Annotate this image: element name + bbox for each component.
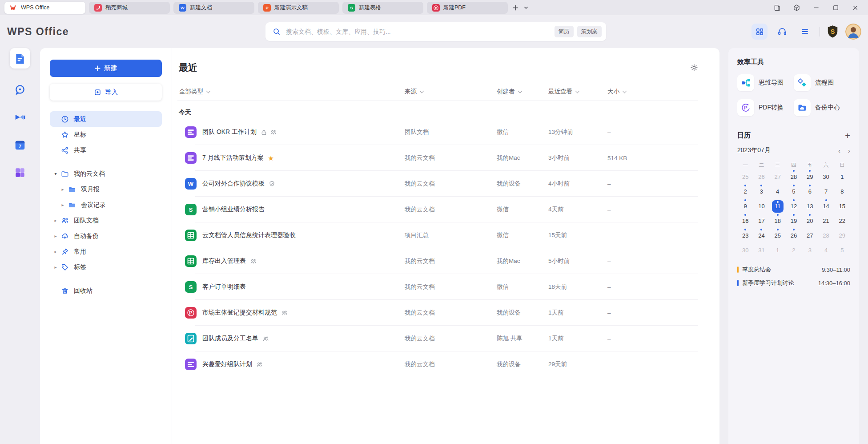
calendar-day[interactable]: 22 xyxy=(834,214,850,228)
file-row[interactable]: S 客户订单明细表 我的云文档 微信 18天前 – xyxy=(177,274,698,300)
calendar-day[interactable]: 13 xyxy=(802,199,818,214)
calendar-day[interactable]: 7 xyxy=(818,184,834,199)
mobile-connect-icon[interactable] xyxy=(773,4,781,12)
filter-all-types[interactable]: 全部类型 xyxy=(177,88,405,96)
expand-arrow-icon[interactable]: ▸ xyxy=(53,218,58,223)
calendar-day[interactable]: 11 xyxy=(770,199,786,214)
collapse-arrow-icon[interactable]: ▾ xyxy=(53,171,58,176)
new-tab-button[interactable] xyxy=(512,4,519,11)
tool-item[interactable]: 备份中心 xyxy=(794,97,850,118)
app-tab[interactable]: S 新建表格 xyxy=(342,2,423,14)
tab-list-dropdown-icon[interactable] xyxy=(523,5,529,10)
sidebar-item[interactable]: ▾ ▸ 最近 xyxy=(50,111,162,127)
calendar-day[interactable]: 1 xyxy=(834,170,850,184)
file-row[interactable]: 7 月线下活动策划方案 ★ 我的云文档 我的Mac 3小时前 514 KB xyxy=(177,145,698,171)
calendar-day[interactable]: 30 xyxy=(818,170,834,184)
support-headset-icon[interactable] xyxy=(774,24,790,40)
sidebar-item[interactable]: ▾ ▸ 会议记录 xyxy=(50,197,162,213)
calendar-day[interactable]: 28 xyxy=(786,170,802,184)
tool-item[interactable]: 思维导图 xyxy=(737,73,794,93)
file-row[interactable]: 兴趣爱好组队计划 我的云文档 我的设备 29天前 – xyxy=(177,351,698,377)
expand-arrow-icon[interactable]: ▸ xyxy=(53,234,58,238)
file-row[interactable]: 库存出入管理表 我的云文档 我的Mac 5小时前 – xyxy=(177,248,698,274)
new-document-button[interactable]: 新建 xyxy=(50,60,162,77)
file-row[interactable]: 团队成员及分工名单 我的云文档 陈旭 共享 1天前 – xyxy=(177,326,698,351)
sidebar-item[interactable]: ▾ ▸ 星标 xyxy=(50,127,162,142)
calendar-day[interactable]: 6 xyxy=(802,184,818,199)
calendar-day[interactable]: 27 xyxy=(770,170,786,184)
rail-module[interactable]: 7 xyxy=(14,139,26,151)
sidebar-item[interactable]: ▾ ▸ 共享 xyxy=(50,142,162,158)
calendar-day[interactable]: 10 xyxy=(753,199,769,214)
search-suggestion-tag[interactable]: 简历 xyxy=(555,26,574,37)
calendar-day[interactable]: 27 xyxy=(802,228,818,243)
calendar-day[interactable]: 20 xyxy=(802,214,818,228)
minimize-button[interactable] xyxy=(812,4,820,12)
app-tab[interactable]: P 新建演示文稿 xyxy=(258,2,339,14)
calendar-day[interactable]: 26 xyxy=(786,228,802,243)
calendar-day[interactable]: 2 xyxy=(786,243,802,258)
calendar-day[interactable]: 9 xyxy=(737,199,753,214)
app-tab[interactable]: W 新建文档 xyxy=(173,2,254,14)
apps-grid-icon[interactable] xyxy=(751,24,768,40)
calendar-day[interactable]: 23 xyxy=(737,228,753,243)
calendar-day[interactable]: 17 xyxy=(753,214,769,228)
file-row[interactable]: W 公司对外合作协议模板 我的云文档 我的设备 4小时前 – xyxy=(177,171,698,197)
calendar-day[interactable]: 29 xyxy=(802,170,818,184)
app-tab[interactable]: P 新建PDF xyxy=(427,2,508,14)
app-tab[interactable]: 稻壳商城 xyxy=(89,2,170,14)
sidebar-item[interactable]: ▾ ▸ 标签 xyxy=(50,259,162,275)
maximize-button[interactable] xyxy=(832,4,840,12)
user-avatar[interactable] xyxy=(845,24,861,40)
expand-arrow-icon[interactable]: ▸ xyxy=(53,249,58,254)
calendar-day[interactable]: 16 xyxy=(737,214,753,228)
sidebar-item[interactable]: ▾ ▸ 自动备份 xyxy=(50,228,162,244)
rail-module[interactable] xyxy=(14,84,26,96)
expand-arrow-icon[interactable]: ▸ xyxy=(53,265,58,270)
calendar-day[interactable]: 24 xyxy=(753,228,769,243)
workspace-box-icon[interactable] xyxy=(793,4,800,12)
sidebar-item[interactable]: ▾ ▸ 我的云文档 xyxy=(50,166,162,182)
rail-module[interactable] xyxy=(10,48,30,69)
event-item[interactable]: 新季度学习计划讨论 14:30–16:00 xyxy=(737,276,850,290)
tool-item[interactable]: P PDF转换 xyxy=(737,97,794,118)
close-button[interactable] xyxy=(852,4,859,12)
file-row[interactable]: P 市场主体登记提交材料规范 我的云文档 我的设备 1天前 – xyxy=(177,300,698,326)
calendar-day[interactable]: 5 xyxy=(834,243,850,258)
rail-module[interactable] xyxy=(14,166,26,179)
expand-arrow-icon[interactable]: ▸ xyxy=(60,187,65,192)
tool-item[interactable]: 流程图 xyxy=(794,73,850,93)
calendar-day[interactable]: 21 xyxy=(818,214,834,228)
column-header-source[interactable]: 来源 xyxy=(405,88,497,96)
add-event-icon[interactable]: + xyxy=(845,132,850,140)
search-input[interactable] xyxy=(285,28,555,36)
file-row[interactable]: 团队 OKR 工作计划 团队文档 微信 13分钟前 – xyxy=(177,119,698,145)
sidebar-item[interactable]: ▾ ▸ 双月报 xyxy=(50,182,162,197)
calendar-day[interactable]: 4 xyxy=(818,243,834,258)
calendar-day[interactable]: 25 xyxy=(737,170,753,184)
calendar-day[interactable]: 18 xyxy=(770,214,786,228)
expand-arrow-icon[interactable]: ▸ xyxy=(60,202,65,207)
sidebar-item[interactable]: ▾ ▸ 团队文档 xyxy=(50,213,162,228)
file-row[interactable]: 云文档管人员信息统计表理器验收 项目汇总 微信 15天前 – xyxy=(177,222,698,248)
import-button[interactable]: 导入 xyxy=(50,84,162,101)
column-header-size[interactable]: 大小 xyxy=(607,88,698,96)
calendar-prev-icon[interactable]: ‹ xyxy=(838,147,840,154)
calendar-day[interactable]: 15 xyxy=(834,199,850,214)
search-suggestion-tag[interactable]: 策划案 xyxy=(577,26,602,37)
calendar-day[interactable]: 29 xyxy=(834,228,850,243)
file-row[interactable]: S 营销小组业绩分析报告 我的云文档 微信 4天前 – xyxy=(177,197,698,222)
calendar-day[interactable]: 3 xyxy=(802,243,818,258)
calendar-day[interactable]: 30 xyxy=(737,243,753,258)
event-item[interactable]: 季度总结会 9:30–11:00 xyxy=(737,263,850,276)
calendar-day[interactable]: 19 xyxy=(786,214,802,228)
calendar-day[interactable]: 2 xyxy=(737,184,753,199)
calendar-next-icon[interactable]: › xyxy=(848,147,850,154)
calendar-day[interactable]: 26 xyxy=(753,170,769,184)
search-bar[interactable]: 简历策划案 xyxy=(265,22,606,41)
menu-icon[interactable] xyxy=(797,24,813,40)
calendar-day[interactable]: 12 xyxy=(786,199,802,214)
rail-module[interactable] xyxy=(14,111,26,124)
calendar-day[interactable]: 5 xyxy=(786,184,802,199)
column-header-last-viewed[interactable]: 最近查看 xyxy=(548,88,607,96)
